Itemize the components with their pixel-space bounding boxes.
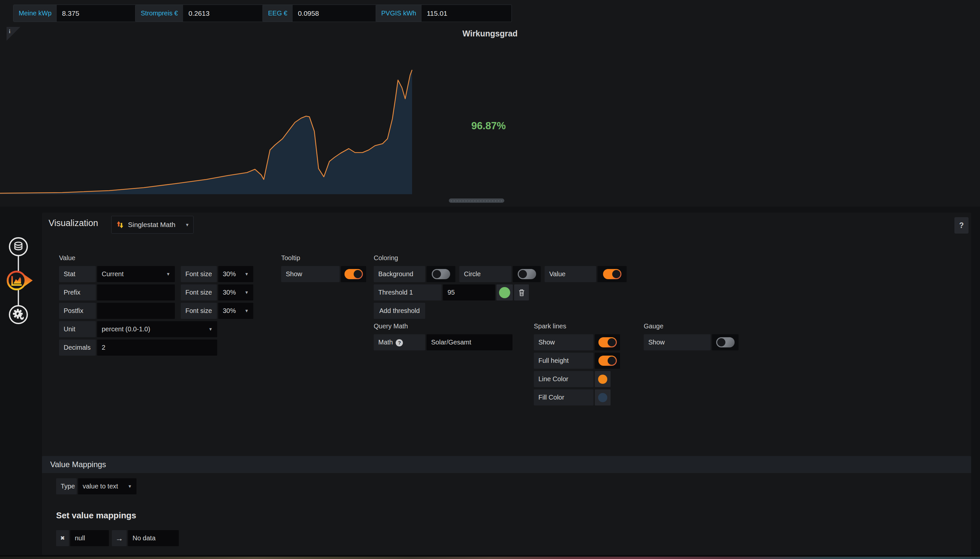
section-title: Spark lines bbox=[534, 322, 620, 330]
unit-select[interactable]: percent (0.0-1.0) ▼ bbox=[97, 321, 217, 337]
line-color-picker[interactable] bbox=[595, 371, 611, 387]
decimals-input[interactable] bbox=[97, 339, 217, 356]
toggle-icon bbox=[598, 356, 617, 366]
tab-general[interactable] bbox=[9, 305, 28, 324]
fontsize-select-value: 30% bbox=[223, 289, 236, 296]
editor-section-title: Visualization bbox=[48, 218, 98, 228]
chevron-down-icon: ▼ bbox=[185, 222, 189, 227]
var-input-pvgis[interactable] bbox=[421, 5, 511, 22]
fill-color-picker[interactable] bbox=[595, 389, 611, 405]
line-color-label: Line Color bbox=[534, 371, 593, 387]
chevron-down-icon: ▼ bbox=[245, 308, 249, 313]
section-gauge: Gauge Show bbox=[644, 322, 739, 353]
unit-label: Unit bbox=[59, 321, 96, 337]
plugin-picker[interactable]: Singlestat Math ▼ bbox=[111, 216, 193, 233]
mapping-arrow: → bbox=[112, 530, 127, 546]
full-height-toggle[interactable] bbox=[595, 353, 620, 369]
var-input-eeg[interactable] bbox=[293, 5, 383, 22]
fontsize-select-value: 30% bbox=[223, 307, 236, 314]
gauge-show-toggle[interactable] bbox=[712, 334, 739, 351]
fill-color-dot bbox=[598, 393, 607, 402]
circle-label: Circle bbox=[459, 266, 511, 282]
set-value-mappings-title: Set value mappings bbox=[56, 511, 136, 521]
unit-select-value: percent (0.0-1.0) bbox=[102, 326, 150, 333]
prefix-input[interactable] bbox=[97, 284, 175, 301]
math-expression-input[interactable] bbox=[426, 334, 512, 351]
background-toggle[interactable] bbox=[426, 266, 455, 282]
plugin-icon bbox=[116, 220, 125, 229]
mapping-row: ✖ → bbox=[56, 530, 179, 549]
next-row-peek bbox=[0, 557, 980, 559]
panel-resize-handle[interactable] bbox=[449, 198, 504, 203]
chevron-down-icon: ▼ bbox=[208, 327, 213, 332]
toggle-icon bbox=[518, 269, 536, 279]
value-mappings-title: Value Mappings bbox=[50, 460, 106, 469]
remove-mapping-button[interactable]: ✖ bbox=[56, 530, 69, 546]
math-label-text: Math bbox=[378, 339, 393, 346]
prefix-fontsize-select[interactable]: 30% ▼ bbox=[218, 284, 253, 301]
chevron-down-icon: ▼ bbox=[127, 484, 132, 489]
threshold-color-dot bbox=[499, 287, 510, 298]
toggle-icon bbox=[603, 269, 621, 279]
prefix-label: Prefix bbox=[59, 284, 96, 301]
chevron-down-icon: ▼ bbox=[245, 290, 249, 295]
visualization-editor-card: Visualization Singlestat Math ▼ ? Value … bbox=[42, 213, 971, 555]
sparkline-fill bbox=[0, 70, 412, 194]
value-mappings-header: Value Mappings bbox=[42, 456, 971, 473]
value-color-toggle[interactable] bbox=[597, 266, 626, 282]
circle-toggle[interactable] bbox=[513, 266, 541, 282]
tab-queries[interactable] bbox=[9, 237, 28, 256]
gear-wrench-icon bbox=[12, 308, 25, 321]
var-group-meine-kwp: Meine kWp bbox=[13, 5, 146, 22]
math-label: Math? bbox=[374, 334, 425, 351]
toggle-icon bbox=[344, 269, 363, 279]
section-title: Coloring bbox=[374, 254, 626, 262]
threshold-input[interactable] bbox=[443, 284, 495, 301]
help-circle-icon[interactable]: ? bbox=[396, 339, 403, 346]
section-query-math: Query Math Math? bbox=[374, 322, 512, 353]
toggle-icon bbox=[598, 337, 617, 347]
fontsize-label: Font size bbox=[181, 266, 217, 282]
section-coloring: Coloring Background Circle Value Thresho… bbox=[374, 254, 626, 321]
background-label: Background bbox=[374, 266, 425, 282]
mapping-type-row: Type value to text ▼ bbox=[56, 478, 137, 497]
var-input-strompreis[interactable] bbox=[183, 5, 272, 22]
arrow-right-icon: → bbox=[116, 534, 123, 542]
add-threshold-button[interactable]: Add threshold bbox=[374, 303, 425, 319]
grafana-panel-editor: Meine kWp Strompreis € EEG € PVGIS kWh i… bbox=[0, 0, 980, 559]
postfix-label: Postfix bbox=[59, 303, 96, 319]
threshold-color-picker[interactable] bbox=[496, 284, 513, 301]
sparkline-show-label: Show bbox=[534, 334, 593, 351]
section-spark-lines: Spark lines Show Full height Line Color bbox=[534, 322, 620, 408]
database-icon bbox=[12, 240, 25, 253]
mapping-type-value: value to text bbox=[83, 483, 118, 490]
decimals-label: Decimals bbox=[59, 339, 96, 356]
close-icon: ✖ bbox=[60, 535, 64, 541]
sparkline-show-toggle[interactable] bbox=[595, 334, 620, 351]
full-height-label: Full height bbox=[534, 353, 593, 369]
stat-label: Stat bbox=[59, 266, 96, 282]
fontsize-select-value: 30% bbox=[223, 270, 236, 278]
mapping-type-select[interactable]: value to text ▼ bbox=[78, 478, 137, 495]
section-value: Value Stat Current ▼ Font size 30% ▼ Pre… bbox=[59, 254, 253, 358]
help-button[interactable]: ? bbox=[954, 217, 968, 233]
tab-visualization-active[interactable] bbox=[5, 269, 35, 292]
trash-icon bbox=[518, 288, 525, 296]
var-input-meine-kwp[interactable] bbox=[57, 5, 146, 22]
postfix-input[interactable] bbox=[97, 303, 175, 319]
sparkline-chart bbox=[0, 26, 413, 194]
fontsize-label: Font size bbox=[181, 303, 217, 319]
mapping-from-input[interactable] bbox=[70, 530, 109, 546]
section-title: Query Math bbox=[374, 322, 512, 330]
stat-select[interactable]: Current ▼ bbox=[97, 266, 175, 282]
postfix-fontsize-select[interactable]: 30% ▼ bbox=[218, 303, 253, 319]
threshold-delete-button[interactable] bbox=[514, 284, 529, 301]
tooltip-show-toggle[interactable] bbox=[341, 266, 366, 282]
var-group-strompreis: Strompreis € bbox=[135, 5, 273, 22]
var-label: EEG € bbox=[263, 5, 293, 22]
value-color-label: Value bbox=[545, 266, 596, 282]
fontsize-select[interactable]: 30% ▼ bbox=[218, 266, 253, 282]
fontsize-label: Font size bbox=[181, 284, 217, 301]
mapping-to-input[interactable] bbox=[128, 530, 179, 546]
chevron-down-icon: ▼ bbox=[166, 271, 170, 276]
